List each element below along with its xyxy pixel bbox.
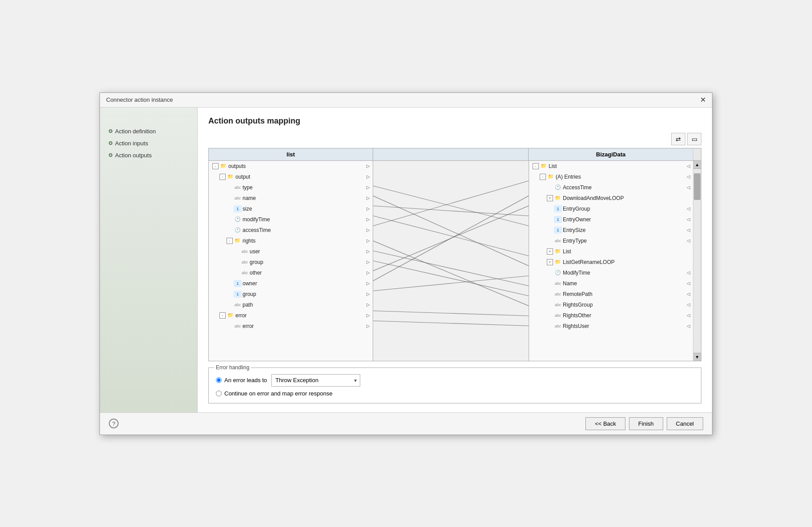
node-label: outputs (227, 163, 364, 169)
sidebar-item-action-outputs[interactable]: Action outputs (100, 149, 197, 161)
num-icon: 1 (234, 291, 242, 298)
node-label: group (242, 291, 364, 297)
node-label: output (235, 174, 364, 180)
mapping-lines-svg (373, 161, 529, 361)
abc-icon: abc (234, 301, 242, 308)
node-label: RightsOther (562, 312, 684, 319)
node-label: user (249, 248, 364, 255)
list-item: abc group ▷ (209, 257, 373, 267)
port-arrow: ◁ (684, 182, 693, 193)
middle-panel (373, 161, 529, 361)
sidebar-item-action-definition[interactable]: Action definition (100, 125, 197, 137)
abc-icon: abc (554, 323, 562, 330)
abc-icon: abc (234, 195, 242, 202)
node-label: type (242, 184, 364, 191)
node-label: RightsGroup (562, 302, 684, 308)
mapping-header-middle (373, 148, 529, 160)
list-item: + 📁 List (529, 246, 693, 257)
abc-icon: abc (234, 323, 242, 330)
port-arrow: ▷ (364, 246, 373, 257)
list-item: 🕐 ModifyTime ◁ (529, 267, 693, 278)
sidebar-item-action-inputs[interactable]: Action inputs (100, 137, 197, 149)
port-arrow: ▷ (364, 236, 373, 246)
scroll-thumb[interactable] (694, 173, 701, 200)
list-item: 🕐 AccessTime ◁ (529, 182, 693, 193)
node-label: size (242, 206, 364, 212)
svg-line-6 (373, 251, 529, 286)
node-label: EntryOwner (562, 216, 684, 223)
list-item: 1 EntryGroup ◁ (529, 204, 693, 214)
expand-icon[interactable]: - (219, 174, 226, 180)
expand-icon[interactable]: - (219, 312, 226, 319)
svg-line-9 (373, 196, 529, 280)
port-arrow: ◁ (684, 321, 693, 331)
svg-line-5 (373, 241, 529, 306)
node-label: RemotePath (562, 291, 684, 297)
help-icon[interactable]: ? (109, 419, 119, 428)
sidebar-label-action-definition: Action definition (115, 128, 156, 135)
back-button[interactable]: << Back (585, 417, 625, 430)
abc-icon: abc (234, 184, 242, 191)
folder-icon: 📁 (540, 163, 548, 170)
num-icon: 1 (234, 280, 242, 287)
folder-icon: 📁 (554, 195, 562, 202)
close-button[interactable]: ✕ (700, 96, 706, 104)
mapping-header-right: BizagiData (529, 148, 693, 160)
expand-icon[interactable]: - (533, 163, 539, 169)
scroll-up[interactable]: ▲ (693, 161, 701, 169)
sidebar: Action definition Action inputs Action o… (100, 108, 198, 412)
port-arrow: ▷ (364, 214, 373, 225)
list-item: 1 group ▷ (209, 289, 373, 299)
port-arrow: ▷ (364, 161, 373, 172)
error-action-dropdown[interactable]: Throw Exception Continue Retry (271, 374, 360, 387)
list-item: - 📁 List ◁ (529, 161, 693, 172)
abc-icon: abc (554, 237, 562, 244)
dropdown-wrapper: Throw Exception Continue Retry ▼ (271, 374, 360, 387)
expand-icon[interactable]: + (547, 195, 553, 201)
mapping-body: - 📁 outputs ▷ - 📁 output ▷ (209, 161, 701, 361)
error-handling-section: Error handling An error leads to Throw E… (208, 367, 701, 403)
scrollbar[interactable]: ▲ ▼ (693, 161, 701, 361)
abc-icon: abc (554, 280, 562, 287)
expand-icon[interactable]: - (540, 174, 546, 180)
finish-button[interactable]: Finish (629, 417, 663, 430)
radio-text-1: An error leads to (224, 377, 267, 383)
abc-icon: abc (241, 269, 249, 276)
footer-right: << Back Finish Cancel (585, 417, 703, 430)
expand-icon[interactable]: + (547, 248, 553, 255)
abc-icon: abc (554, 291, 562, 298)
folder-icon: 📁 (219, 163, 227, 170)
node-label: other (249, 270, 364, 276)
port-arrow: ◁ (684, 214, 693, 225)
toolbar-button-2[interactable]: ▭ (687, 133, 701, 145)
node-label: path (242, 302, 364, 308)
sidebar-bullet-3 (109, 153, 112, 157)
scroll-down[interactable]: ▼ (693, 353, 701, 361)
node-label: ModifyTime (562, 270, 684, 276)
num-icon: 1 (234, 205, 242, 212)
port-arrow: ◁ (684, 172, 693, 182)
abc-icon: abc (241, 259, 249, 266)
node-label: EntrySize (562, 227, 684, 233)
list-item: abc RightsUser ◁ (529, 321, 693, 331)
radio-label-1[interactable]: An error leads to (216, 377, 267, 383)
node-label: error (235, 312, 364, 319)
node-label: owner (242, 280, 364, 287)
radio-an-error-leads-to[interactable] (216, 377, 222, 383)
node-label: List (562, 248, 693, 255)
node-label: error (242, 323, 364, 329)
list-item: abc RightsGroup ◁ (529, 299, 693, 310)
expand-icon[interactable]: - (212, 163, 219, 169)
expand-icon[interactable]: - (227, 238, 233, 244)
expand-icon[interactable]: + (547, 259, 553, 265)
svg-line-0 (373, 186, 529, 226)
error-row-1: An error leads to Throw Exception Contin… (216, 374, 692, 387)
cancel-button[interactable]: Cancel (667, 417, 703, 430)
dialog-footer: ? << Back Finish Cancel (100, 412, 712, 435)
clock-icon: 🕐 (234, 227, 242, 234)
mapping-header: list BizagiData (209, 148, 701, 161)
toolbar-button-1[interactable]: ⇄ (671, 133, 685, 145)
radio-continue-on-error[interactable] (216, 391, 222, 396)
radio-label-2[interactable]: Continue on error and map error response (216, 390, 333, 397)
list-item: abc user ▷ (209, 246, 373, 257)
